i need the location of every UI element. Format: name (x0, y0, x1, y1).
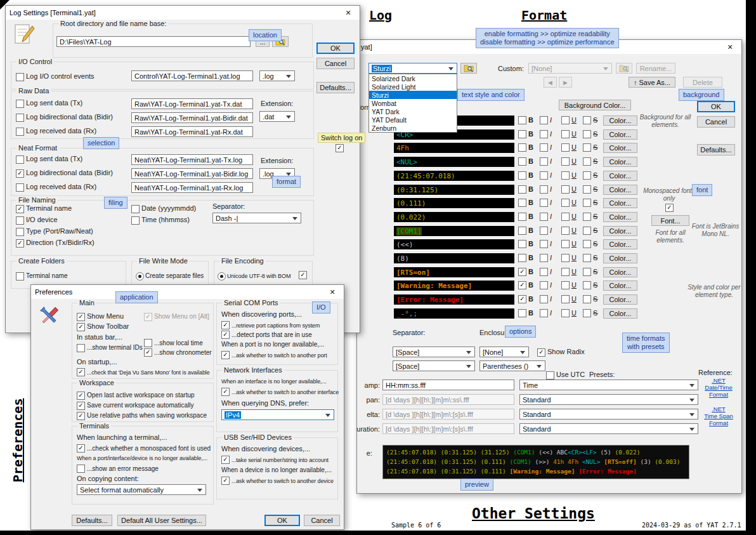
underline-checkbox[interactable] (561, 171, 570, 180)
italic-checkbox[interactable] (540, 227, 548, 235)
check-monospaced-checkbox[interactable] (77, 444, 85, 452)
show-error-message-checkbox[interactable] (77, 465, 85, 473)
underline-checkbox[interactable] (561, 157, 570, 166)
strike-checkbox[interactable] (583, 157, 591, 166)
strike-checkbox[interactable] (583, 116, 591, 124)
info-separator-select[interactable]: [Space] (393, 360, 475, 371)
ask-switch-interface-checkbox[interactable] (221, 388, 230, 396)
color-button[interactable]: Color... (603, 143, 637, 153)
underline-checkbox[interactable] (561, 227, 570, 235)
neat-row-path-field[interactable]: Neat\YAT-Log-Terminal1.yat-Bidir.log (131, 168, 253, 179)
raw-row-checkbox[interactable] (16, 100, 24, 108)
italic-checkbox[interactable] (540, 199, 548, 207)
preset-option[interactable]: Solarized Dark (369, 74, 457, 83)
cancel-button[interactable]: Cancel (304, 515, 340, 526)
color-button[interactable]: Color... (603, 116, 637, 126)
preset-select[interactable]: Sturzi (368, 63, 457, 74)
encoding-checkbox[interactable] (299, 271, 307, 279)
timespan-format-link[interactable]: .NETTime Span Format (696, 406, 741, 426)
defaults-button[interactable]: Defaults... (316, 82, 355, 93)
bold-checkbox[interactable] (518, 240, 526, 248)
preset-option[interactable]: YAT Dark (369, 107, 457, 116)
next-preset-button[interactable]: ► (559, 77, 572, 88)
bold-checkbox[interactable] (518, 254, 526, 262)
italic-checkbox[interactable] (540, 185, 548, 194)
strike-checkbox[interactable] (583, 281, 591, 289)
take-serial-number-checkbox[interactable] (221, 456, 230, 464)
preset-option[interactable]: YAT Default (369, 116, 457, 124)
bold-checkbox[interactable] (518, 157, 526, 166)
underline-checkbox[interactable] (561, 130, 570, 138)
strike-checkbox[interactable] (583, 309, 591, 317)
strike-checkbox[interactable] (583, 227, 591, 235)
delete-button[interactable]: Delete (683, 77, 722, 88)
root-path-field[interactable]: D:\Files\YAT-Log (56, 36, 251, 47)
ok-button[interactable]: OK (264, 515, 300, 526)
raw-extension-select[interactable]: .dat (259, 111, 295, 122)
underline-checkbox[interactable] (561, 240, 570, 248)
raw-row-path-field[interactable]: Raw\YAT-Log-Terminal1.yat-Rx.dat (131, 126, 253, 137)
content-separator-select[interactable]: [Space] (393, 347, 475, 357)
naming-checkbox[interactable] (16, 228, 24, 236)
monospaced-checkbox[interactable] (665, 204, 674, 212)
italic-checkbox[interactable] (540, 309, 548, 317)
dns-prefer-select[interactable]: IPv4 (221, 409, 334, 420)
info-enclosure-select[interactable]: Parentheses () (479, 360, 545, 371)
show-chronometer-checkbox[interactable] (144, 348, 152, 357)
strike-checkbox[interactable] (583, 199, 591, 207)
italic-checkbox[interactable] (540, 116, 548, 124)
save-as-button[interactable]: ↑ Save As... (629, 77, 675, 88)
underline-checkbox[interactable] (561, 268, 570, 276)
italic-checkbox[interactable] (540, 240, 548, 248)
strike-checkbox[interactable] (583, 171, 591, 180)
bold-checkbox[interactable] (518, 309, 526, 317)
detect-ports-checkbox[interactable] (221, 331, 230, 339)
folders-terminal-name-checkbox[interactable] (16, 272, 24, 281)
close-icon[interactable]: ✕ (341, 8, 356, 18)
preset-option[interactable]: Sturzi (369, 91, 457, 99)
italic-checkbox[interactable] (540, 213, 548, 221)
color-button[interactable]: Color... (603, 129, 637, 140)
ask-switch-port-checkbox[interactable] (221, 351, 230, 359)
previous-preset-button[interactable]: ◄ (544, 77, 557, 88)
copy-format-select[interactable]: Select format automatically (77, 484, 206, 495)
show-radix-checkbox[interactable] (537, 348, 545, 357)
retrieve-captions-checkbox[interactable] (221, 321, 230, 329)
underline-checkbox[interactable] (561, 309, 570, 317)
defaults-button[interactable]: Defaults... (72, 515, 112, 526)
io-path-field[interactable]: Control\YAT-Log-Terminal1.yat.log (131, 70, 253, 81)
naming-checkbox[interactable] (16, 239, 24, 248)
naming-checkbox[interactable] (16, 205, 24, 213)
bold-checkbox[interactable] (518, 281, 526, 289)
naming-checkbox[interactable] (16, 216, 24, 225)
check-font-checkbox[interactable] (77, 368, 85, 376)
color-button[interactable]: Color... (603, 267, 637, 277)
datetime-format-link[interactable]: .NETDate/Time Format (696, 377, 741, 398)
file-name-separator-select[interactable]: Dash -| (212, 213, 301, 223)
neat-row-path-field[interactable]: Neat\YAT-Log-Terminal1.yat-Rx.log (131, 182, 253, 193)
time-format-field[interactable]: [d \days ][h][h\:][m]m\:[s]s\.fff (382, 423, 514, 434)
bold-checkbox[interactable] (518, 213, 526, 221)
bold-checkbox[interactable] (518, 143, 526, 152)
color-button[interactable]: Color... (603, 308, 637, 319)
underline-checkbox[interactable] (561, 185, 570, 194)
strike-checkbox[interactable] (583, 213, 591, 221)
time-preset-select[interactable]: Standard (519, 423, 698, 434)
italic-checkbox[interactable] (540, 281, 548, 289)
close-icon[interactable]: ✕ (325, 287, 340, 298)
background-color-button[interactable]: Background Color... (559, 100, 631, 110)
preset-browse-button[interactable] (460, 63, 477, 74)
cancel-button[interactable]: Cancel (697, 116, 735, 128)
neat-row-checkbox[interactable] (16, 169, 24, 178)
strike-checkbox[interactable] (583, 268, 591, 276)
neat-row-checkbox[interactable] (16, 155, 24, 164)
strike-checkbox[interactable] (583, 240, 591, 248)
io-extension-select[interactable]: .log (259, 70, 295, 81)
time-preset-select[interactable]: Time (519, 380, 698, 390)
save-workspace-checkbox[interactable] (77, 402, 85, 410)
time-format-field[interactable]: [d \days ][h][h\:][m]m\:ss\.fff (382, 394, 514, 405)
color-button[interactable]: Color... (603, 212, 637, 222)
time-preset-select[interactable]: Standard (519, 394, 698, 405)
bold-checkbox[interactable] (518, 227, 526, 235)
content-enclosure-select[interactable]: [None] (479, 347, 529, 357)
